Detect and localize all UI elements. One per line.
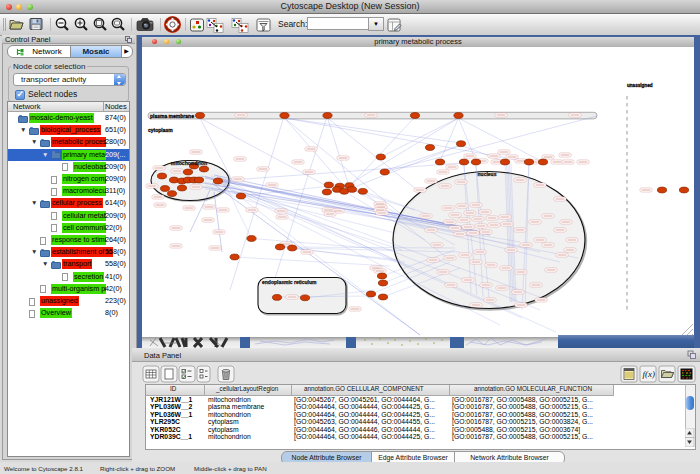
svg-text:unassigned: unassigned xyxy=(627,83,653,88)
svg-text:mitochondrion: mitochondrion xyxy=(171,160,207,166)
svg-text:f(x): f(x) xyxy=(643,369,656,379)
svg-text:plasma membrane: plasma membrane xyxy=(150,113,194,119)
svg-text:endoplasmic reticulum: endoplasmic reticulum xyxy=(262,279,317,285)
svg-text:nucleus: nucleus xyxy=(478,171,497,177)
svg-text:cytoplasm: cytoplasm xyxy=(148,127,173,133)
